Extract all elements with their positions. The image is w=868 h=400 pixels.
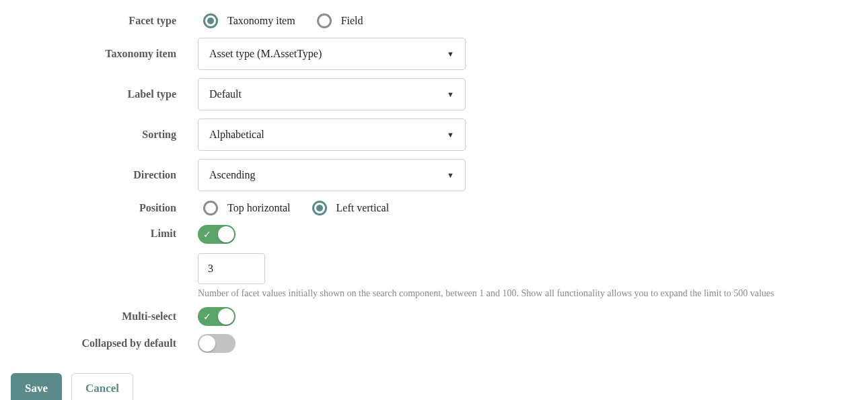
caret-down-icon: ▼ xyxy=(447,50,454,58)
check-icon: ✓ xyxy=(203,230,211,239)
limit-input[interactable] xyxy=(198,253,265,284)
label-label-type: Label type xyxy=(11,88,176,100)
sorting-select[interactable]: Alphabetical ▼ xyxy=(198,119,466,151)
radio-circle-icon xyxy=(312,201,327,215)
multi-select-toggle[interactable]: ✓ xyxy=(198,307,236,326)
direction-select[interactable]: Ascending ▼ xyxy=(198,159,466,191)
radio-circle-icon xyxy=(203,201,218,215)
label-sorting: Sorting xyxy=(11,129,176,141)
taxonomy-item-select[interactable]: Asset type (M.AssetType) ▼ xyxy=(198,38,466,70)
check-icon: ✓ xyxy=(203,312,211,321)
row-position: Position Top horizontal Left vertical xyxy=(11,199,857,217)
row-collapsed: Collapsed by default xyxy=(11,334,857,353)
radio-left-vertical[interactable]: Left vertical xyxy=(312,201,390,215)
radio-label: Top horizontal xyxy=(227,202,291,214)
radio-label: Left vertical xyxy=(336,202,390,214)
label-taxonomy-item: Taxonomy item xyxy=(11,48,176,60)
radio-top-horizontal[interactable]: Top horizontal xyxy=(203,201,291,215)
select-value: Ascending xyxy=(209,169,255,181)
select-value: Alphabetical xyxy=(209,129,264,141)
label-position: Position xyxy=(11,202,176,214)
save-button[interactable]: Save xyxy=(11,373,62,400)
label-collapsed: Collapsed by default xyxy=(11,337,176,349)
row-label-type: Label type Default ▼ xyxy=(11,78,857,110)
radio-taxonomy-item[interactable]: Taxonomy item xyxy=(203,13,295,28)
limit-help-text: Number of facet values initially shown o… xyxy=(198,288,857,299)
row-direction: Direction Ascending ▼ xyxy=(11,159,857,191)
select-value: Default xyxy=(209,88,242,100)
facet-settings-form: Facet type Taxonomy item Field Taxonomy … xyxy=(11,12,857,400)
cancel-button[interactable]: Cancel xyxy=(71,373,133,400)
radio-circle-icon xyxy=(203,13,218,28)
position-radio-group: Top horizontal Left vertical xyxy=(198,199,857,217)
select-value: Asset type (M.AssetType) xyxy=(209,48,322,60)
label-multi-select: Multi-select xyxy=(11,310,176,323)
row-sorting: Sorting Alphabetical ▼ xyxy=(11,119,857,151)
caret-down-icon: ▼ xyxy=(447,171,454,179)
radio-field[interactable]: Field xyxy=(317,13,363,28)
radio-label: Taxonomy item xyxy=(227,15,295,27)
limit-toggle[interactable]: ✓ xyxy=(198,225,236,244)
radio-circle-icon xyxy=(317,13,332,28)
caret-down-icon: ▼ xyxy=(447,90,454,98)
row-limit: Limit ✓ Number of facet values initially… xyxy=(11,225,857,299)
collapsed-toggle[interactable] xyxy=(198,334,236,353)
facet-type-radio-group: Taxonomy item Field xyxy=(198,12,857,30)
label-limit: Limit xyxy=(11,225,176,240)
row-multi-select: Multi-select ✓ xyxy=(11,307,857,326)
label-type-select[interactable]: Default ▼ xyxy=(198,78,466,110)
form-actions: Save Cancel xyxy=(11,373,857,400)
row-taxonomy-item: Taxonomy item Asset type (M.AssetType) ▼ xyxy=(11,38,857,70)
label-direction: Direction xyxy=(11,169,176,181)
radio-label: Field xyxy=(341,15,363,27)
label-facet-type: Facet type xyxy=(11,15,176,27)
caret-down-icon: ▼ xyxy=(447,131,454,139)
row-facet-type: Facet type Taxonomy item Field xyxy=(11,12,857,30)
